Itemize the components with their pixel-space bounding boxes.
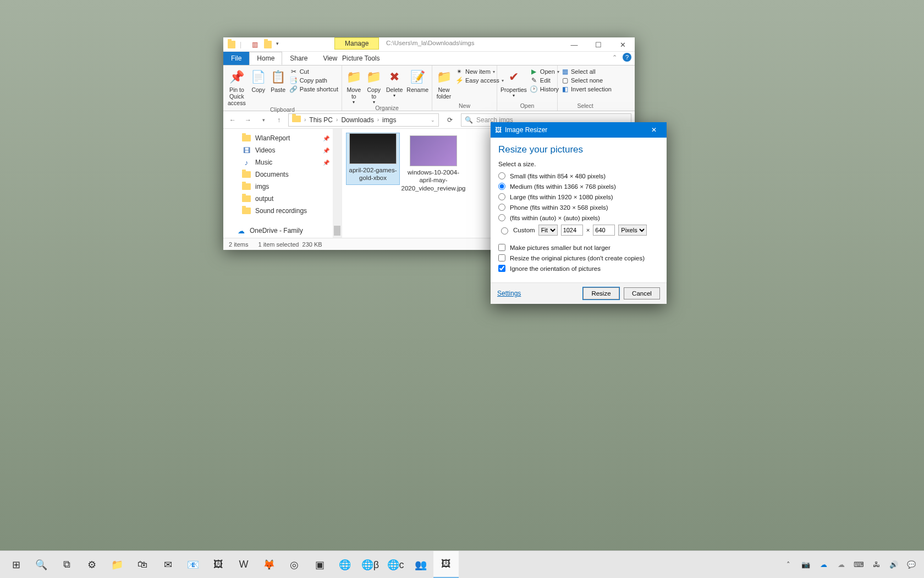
nav-scrollbar[interactable] xyxy=(333,129,342,238)
nav-item[interactable]: WlanReport📌 xyxy=(226,132,339,144)
option-checkbox[interactable] xyxy=(498,265,505,272)
copy-path-button[interactable]: 📑Copy path xyxy=(290,77,338,84)
tray-onedrive-icon[interactable]: ☁ xyxy=(818,560,828,570)
taskbar-search-button[interactable]: 🔍 xyxy=(29,551,54,579)
nav-item[interactable]: 🎞Videos📌 xyxy=(226,144,339,156)
size-radio[interactable] xyxy=(498,172,505,179)
properties-button[interactable]: ✔Properties▾ xyxy=(501,68,527,102)
help-icon[interactable]: ? xyxy=(623,53,631,62)
tray-screenshot-icon[interactable]: 📷 xyxy=(801,560,811,570)
fit-mode-select[interactable]: Fit xyxy=(538,225,558,236)
custom-height-input[interactable] xyxy=(593,225,615,236)
size-option[interactable]: Large (fits within 1920 × 1080 pixels) xyxy=(498,192,659,202)
paste-button[interactable]: 📋Paste xyxy=(270,68,287,106)
unit-select[interactable]: Pixels xyxy=(618,225,647,236)
custom-width-input[interactable] xyxy=(561,225,583,236)
size-custom-radio[interactable] xyxy=(501,227,508,235)
size-radio[interactable] xyxy=(498,214,505,221)
copy-to-button[interactable]: 📁Copy to▾ xyxy=(366,68,383,105)
easy-access-button[interactable]: ⚡Easy access ▾ xyxy=(455,77,504,84)
breadcrumb-segment[interactable]: Downloads xyxy=(341,116,373,124)
taskbar-teams-button[interactable]: 👥 xyxy=(408,551,433,579)
close-button[interactable]: ✕ xyxy=(610,37,635,52)
select-none-button[interactable]: ▢Select none xyxy=(561,77,612,84)
chevron-right-icon[interactable]: › xyxy=(304,117,306,123)
folder-icon[interactable] xyxy=(264,41,272,48)
tray-keyboard-icon[interactable]: ⌨ xyxy=(854,560,864,570)
taskbar-outlook-button[interactable]: 📧 xyxy=(180,551,206,579)
minimize-button[interactable]: — xyxy=(562,37,586,52)
properties-icon[interactable]: ▥ xyxy=(252,41,260,48)
pin-quick-access-button[interactable]: 📌Pin to Quick access xyxy=(227,68,247,106)
nav-item[interactable]: ☁OneDrive - Family xyxy=(226,225,339,237)
copy-button[interactable]: 📄Copy xyxy=(250,68,267,106)
nav-back-button[interactable]: ← xyxy=(227,114,239,126)
maximize-button[interactable]: ☐ xyxy=(586,37,610,52)
nav-recent-dropdown[interactable]: ▾ xyxy=(257,114,270,126)
customize-qat-icon[interactable]: ▾ xyxy=(276,41,284,48)
tray-overflow-icon[interactable]: ˄ xyxy=(783,560,793,570)
option-checkbox-row[interactable]: Ignore the orientation of pictures xyxy=(498,263,659,274)
taskbar-explorer-button[interactable]: 📁 xyxy=(105,551,130,579)
nav-item[interactable]: Documents xyxy=(226,168,339,181)
chevron-right-icon[interactable]: › xyxy=(336,117,338,123)
edit-button[interactable]: ✎Edit xyxy=(530,77,559,84)
nav-up-button[interactable]: ↑ xyxy=(273,114,285,126)
taskbar-store-button[interactable]: 🛍 xyxy=(130,551,155,579)
taskbar-edge-beta-button[interactable]: 🌐β xyxy=(358,551,383,579)
taskbar-imageresizer-button[interactable]: 🖼 xyxy=(433,551,459,579)
cancel-button[interactable]: Cancel xyxy=(624,287,660,299)
nav-item[interactable]: output xyxy=(226,193,339,205)
taskbar-edge-canary-button[interactable]: 🌐c xyxy=(383,551,408,579)
resize-button[interactable]: Resize xyxy=(583,287,619,299)
nav-forward-button[interactable]: → xyxy=(242,114,254,126)
tray-notifications-icon[interactable]: 💬 xyxy=(906,560,916,570)
option-checkbox[interactable] xyxy=(498,254,505,261)
open-button[interactable]: ▶Open ▾ xyxy=(530,68,559,75)
taskbar-firefox-button[interactable]: 🦊 xyxy=(256,551,282,579)
collapse-ribbon-icon[interactable]: ⌃ xyxy=(612,54,617,61)
tray-network-icon[interactable]: 🖧 xyxy=(871,560,881,570)
tab-picture-tools[interactable]: Picture Tools xyxy=(334,52,387,65)
taskbar-chrome-button[interactable]: ◎ xyxy=(282,551,307,579)
tab-file[interactable]: File xyxy=(223,52,249,65)
size-radio[interactable] xyxy=(498,183,505,190)
dialog-close-button[interactable]: ✕ xyxy=(646,126,662,134)
taskbar-mail-button[interactable]: ✉ xyxy=(155,551,180,579)
tab-home[interactable]: Home xyxy=(249,52,282,65)
taskbar-terminal-button[interactable]: ▣ xyxy=(307,551,332,579)
nav-item[interactable]: Sound recordings xyxy=(226,205,339,217)
size-option[interactable]: Medium (fits within 1366 × 768 pixels) xyxy=(498,181,659,192)
select-all-button[interactable]: ▦Select all xyxy=(561,68,612,75)
option-checkbox[interactable] xyxy=(498,244,505,251)
nav-item[interactable]: ♪Music📌 xyxy=(226,156,339,168)
file-item[interactable]: ✓april-202-games-gold-xbox xyxy=(346,133,399,184)
tray-onedrive2-icon[interactable]: ☁ xyxy=(836,560,846,570)
delete-button[interactable]: ✖Delete▾ xyxy=(386,68,403,105)
size-option[interactable]: Phone (fits within 320 × 568 pixels) xyxy=(498,202,659,212)
breadcrumb-segment[interactable]: This PC xyxy=(309,116,333,124)
taskbar-edge-button[interactable]: 🌐 xyxy=(332,551,358,579)
taskbar-word-button[interactable]: W xyxy=(231,551,256,579)
size-option[interactable]: (fits within (auto) × (auto) pixels) xyxy=(498,212,659,223)
contextual-tab-manage[interactable]: Manage xyxy=(334,37,379,50)
scrollbar-thumb[interactable] xyxy=(334,226,340,236)
taskbar-start-button[interactable]: ⊞ xyxy=(3,551,29,579)
size-option[interactable]: Small (fits within 854 × 480 pixels) xyxy=(498,171,659,181)
option-checkbox-row[interactable]: Make pictures smaller but not larger xyxy=(498,242,659,253)
breadcrumb-history-dropdown[interactable]: ⌄ xyxy=(431,117,435,123)
taskbar-settings-button[interactable]: ⚙ xyxy=(79,551,105,579)
size-radio[interactable] xyxy=(498,204,505,211)
breadcrumb-segment[interactable]: imgs xyxy=(382,116,396,124)
history-button[interactable]: 🕑History xyxy=(530,85,559,93)
cut-button[interactable]: ✂Cut xyxy=(290,68,338,75)
new-folder-button[interactable]: 📁New folder xyxy=(436,68,452,102)
tab-share[interactable]: Share xyxy=(282,52,315,65)
breadcrumb[interactable]: › This PC › Downloads › imgs ⌄ xyxy=(288,113,439,127)
file-item[interactable]: windows-10-2004-april-may-2020_video_rev… xyxy=(407,133,460,194)
invert-selection-button[interactable]: ◧Invert selection xyxy=(561,85,612,93)
chevron-right-icon[interactable]: › xyxy=(377,117,379,123)
taskbar-photos-button[interactable]: 🖼 xyxy=(206,551,231,579)
rename-button[interactable]: 📝Rename xyxy=(406,68,428,105)
size-radio[interactable] xyxy=(498,193,505,200)
